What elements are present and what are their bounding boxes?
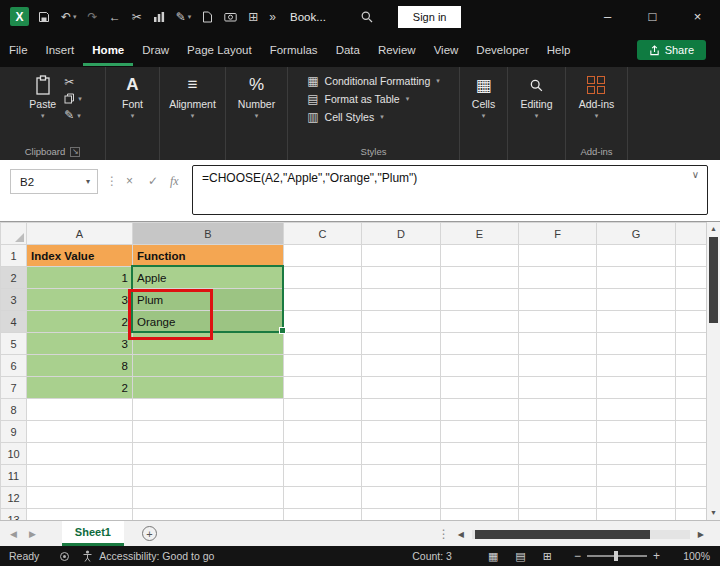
- addins-button[interactable]: Add-ins ▾: [573, 70, 621, 120]
- row-header-13[interactable]: 13: [1, 509, 27, 521]
- select-all-corner[interactable]: [1, 223, 27, 245]
- cell[interactable]: [284, 465, 362, 487]
- close-button[interactable]: ×: [675, 0, 720, 33]
- formula-input[interactable]: =CHOOSE(A2,"Apple","Orange","Plum") ∨: [192, 165, 708, 215]
- cell[interactable]: [362, 245, 441, 267]
- cell[interactable]: [519, 399, 597, 421]
- cell[interactable]: [519, 421, 597, 443]
- cell[interactable]: [441, 267, 519, 289]
- row-header-4[interactable]: 4: [1, 311, 27, 333]
- cell[interactable]: [133, 421, 284, 443]
- tab-developer[interactable]: Developer: [467, 34, 537, 66]
- new-document-icon[interactable]: [202, 11, 213, 23]
- conditional-formatting-button[interactable]: ▦ Conditional Formatting ▾: [304, 73, 443, 89]
- tab-home[interactable]: Home: [83, 34, 133, 66]
- name-box[interactable]: B2 ▾: [10, 169, 98, 194]
- row-header-1[interactable]: 1: [1, 245, 27, 267]
- cell[interactable]: [519, 377, 597, 399]
- cell[interactable]: [597, 443, 676, 465]
- cell[interactable]: [362, 399, 441, 421]
- cell[interactable]: [519, 333, 597, 355]
- record-macro-icon[interactable]: [59, 551, 70, 562]
- cell[interactable]: [284, 509, 362, 521]
- cell[interactable]: [597, 487, 676, 509]
- cell-A2[interactable]: 1: [27, 267, 133, 289]
- formula-bar-expand-icon[interactable]: ∨: [692, 169, 699, 180]
- clipboard-dialog-launcher[interactable]: ↘: [70, 147, 80, 157]
- cell[interactable]: [597, 399, 676, 421]
- editing-button[interactable]: Editing ▾: [514, 70, 558, 120]
- cell[interactable]: [27, 421, 133, 443]
- column-header-G[interactable]: G: [597, 223, 676, 245]
- cell[interactable]: [676, 465, 707, 487]
- cell[interactable]: [441, 487, 519, 509]
- cell[interactable]: [676, 487, 707, 509]
- cell[interactable]: [362, 443, 441, 465]
- chevron-down-icon[interactable]: ▾: [79, 177, 97, 186]
- column-header-E[interactable]: E: [441, 223, 519, 245]
- cell-B2-active[interactable]: Apple: [133, 267, 284, 289]
- cell[interactable]: [284, 267, 362, 289]
- cell[interactable]: [284, 245, 362, 267]
- row-header-5[interactable]: 5: [1, 333, 27, 355]
- tab-help[interactable]: Help: [538, 34, 580, 66]
- format-painter-button[interactable]: ✎▾: [64, 109, 82, 121]
- cell[interactable]: [519, 245, 597, 267]
- cell[interactable]: [27, 487, 133, 509]
- copy-button[interactable]: ▾: [64, 93, 82, 104]
- cell-styles-button[interactable]: ▥ Cell Styles ▾: [304, 109, 443, 125]
- cell[interactable]: [284, 487, 362, 509]
- zoom-level[interactable]: 100%: [678, 550, 710, 562]
- cell[interactable]: [441, 377, 519, 399]
- cell[interactable]: [133, 443, 284, 465]
- sheet-tab-sheet1[interactable]: Sheet1: [62, 521, 124, 546]
- cut-button[interactable]: ✂: [64, 76, 82, 88]
- cell[interactable]: [519, 267, 597, 289]
- cell[interactable]: [676, 509, 707, 521]
- add-sheet-button[interactable]: +: [142, 526, 157, 541]
- format-as-table-button[interactable]: ▤ Format as Table ▾: [304, 91, 443, 107]
- sign-in-button[interactable]: Sign in: [398, 6, 462, 28]
- row-header-10[interactable]: 10: [1, 443, 27, 465]
- accessibility-icon[interactable]: [82, 550, 93, 562]
- tab-view[interactable]: View: [425, 34, 468, 66]
- cell-A6[interactable]: 8: [27, 355, 133, 377]
- row-header-2[interactable]: 2: [1, 267, 27, 289]
- format-painter-icon[interactable]: ✎▾: [176, 11, 192, 23]
- cell-A1[interactable]: Index Value: [27, 245, 133, 267]
- cell[interactable]: [441, 333, 519, 355]
- cells-button[interactable]: ▦ Cells ▾: [466, 70, 501, 120]
- cell[interactable]: [362, 355, 441, 377]
- redo-button[interactable]: ↷: [88, 11, 98, 23]
- cut-icon[interactable]: ✂: [132, 11, 142, 23]
- zoom-in-button[interactable]: +: [647, 549, 666, 563]
- cell[interactable]: [284, 421, 362, 443]
- cell[interactable]: [284, 289, 362, 311]
- cell[interactable]: [441, 399, 519, 421]
- cell-B4[interactable]: Orange: [133, 311, 284, 333]
- cell[interactable]: [27, 465, 133, 487]
- insert-function-button[interactable]: fx: [170, 174, 179, 189]
- cell[interactable]: [676, 289, 707, 311]
- cell[interactable]: [597, 355, 676, 377]
- horizontal-scrollbar-track[interactable]: [472, 530, 690, 539]
- cell[interactable]: [133, 465, 284, 487]
- cell[interactable]: [284, 311, 362, 333]
- cell[interactable]: [519, 355, 597, 377]
- cell[interactable]: [676, 311, 707, 333]
- formula-bar-grip-icon[interactable]: ⋮: [106, 174, 118, 188]
- cell[interactable]: [597, 465, 676, 487]
- scroll-left-icon[interactable]: ◀: [458, 530, 464, 539]
- row-header-12[interactable]: 12: [1, 487, 27, 509]
- cell[interactable]: [441, 465, 519, 487]
- tab-draw[interactable]: Draw: [133, 34, 178, 66]
- scroll-up-icon[interactable]: ▲: [707, 222, 720, 236]
- cell[interactable]: [597, 245, 676, 267]
- cell-A5[interactable]: 3: [27, 333, 133, 355]
- cell[interactable]: [362, 333, 441, 355]
- vertical-scrollbar-thumb[interactable]: [709, 237, 718, 323]
- cell[interactable]: [597, 333, 676, 355]
- page-break-view-icon[interactable]: ⊞: [543, 550, 552, 563]
- cell-B3[interactable]: Plum: [133, 289, 284, 311]
- alignment-button[interactable]: ≡ Alignment ▾: [163, 70, 222, 120]
